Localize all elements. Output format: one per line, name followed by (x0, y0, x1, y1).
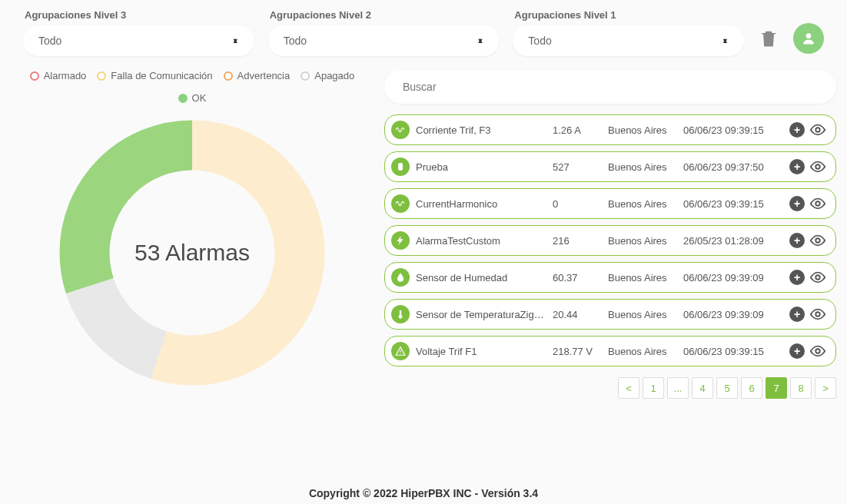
alarm-value: 527 (553, 161, 602, 173)
svg-point-11 (815, 349, 820, 353)
alarm-name: Sensor de Humedad (416, 272, 546, 284)
svg-point-4 (815, 128, 820, 132)
legend-item-apagado[interactable]: Apagado (301, 70, 354, 81)
filter-select-level-1[interactable]: Todo ▲▼ (513, 25, 744, 56)
avatar[interactable] (793, 23, 824, 54)
alarm-location: Buenos Aires (608, 161, 677, 173)
alarm-value: 20.44 (553, 309, 602, 320)
alarm-location: Buenos Aires (608, 198, 677, 210)
eye-icon[interactable] (809, 195, 826, 212)
legend-swatch (178, 94, 188, 103)
footer-copyright: Copyright © 2022 HiperPBX INC - Versión … (0, 487, 847, 499)
alarm-value: 218.77 V (553, 346, 602, 357)
donut-chart: 53 Alarmas (46, 107, 338, 399)
legend-swatch (301, 71, 310, 81)
chart-legend: Alarmado Falla de Comunicación Advertenc… (23, 70, 361, 104)
trash-icon[interactable] (758, 28, 779, 49)
svg-point-7 (815, 201, 820, 206)
add-button[interactable]: + (789, 233, 805, 248)
alarm-name: Corriente Trif, F3 (416, 124, 546, 136)
add-button[interactable]: + (789, 159, 805, 174)
alarm-location: Buenos Aires (608, 272, 677, 284)
donut-center-label: 53 Alarmas (46, 107, 338, 399)
alarm-time: 06/06/23 09:39:15 (683, 198, 783, 210)
filter-level-2: Agrupaciones Nivel 2 Todo ▲▼ (268, 9, 500, 56)
alarm-name: Sensor de TemperaturaZigbee (416, 309, 546, 320)
alarm-row[interactable]: AlarmaTestCustom216Buenos Aires26/05/23 … (384, 225, 836, 256)
filter-label: Agrupaciones Nivel 1 (513, 9, 744, 21)
bolt-icon (391, 231, 410, 250)
eye-icon[interactable] (809, 269, 826, 286)
legend-swatch (97, 71, 106, 81)
legend-item-ok[interactable]: OK (178, 92, 207, 104)
page-4[interactable]: 4 (692, 377, 713, 399)
page-7[interactable]: 7 (766, 377, 787, 399)
device-icon (391, 158, 410, 176)
pagination: <1...45678> (384, 377, 836, 399)
page-prev[interactable]: < (618, 377, 639, 399)
alarm-name: CurrentHarmonico (416, 198, 546, 210)
svg-point-9 (815, 275, 820, 280)
user-icon (801, 31, 816, 46)
select-value: Todo (38, 35, 61, 47)
alarm-value: 0 (553, 198, 602, 210)
filter-select-level-2[interactable]: Todo ▲▼ (268, 25, 500, 56)
legend-label: Advertencia (237, 70, 291, 81)
legend-item-alarmado[interactable]: Alarmado (30, 70, 87, 81)
drop-icon (391, 268, 410, 287)
alarm-name: AlarmaTestCustom (416, 235, 546, 247)
add-button[interactable]: + (789, 343, 805, 359)
page-5[interactable]: 5 (716, 377, 738, 399)
alarm-name: Voltaje Trif F1 (416, 346, 546, 357)
legend-item-falla[interactable]: Falla de Comunicación (97, 70, 212, 81)
alarm-location: Buenos Aires (608, 346, 677, 357)
alarm-row[interactable]: CurrentHarmonico0Buenos Aires06/06/23 09… (384, 188, 836, 219)
legend-swatch (30, 71, 39, 81)
alarm-time: 06/06/23 09:39:09 (683, 309, 783, 320)
select-value: Todo (284, 35, 307, 47)
alarm-location: Buenos Aires (608, 309, 677, 320)
svg-point-10 (815, 312, 820, 317)
alarm-location: Buenos Aires (608, 235, 677, 247)
page-...[interactable]: ... (667, 377, 689, 399)
eye-icon[interactable] (809, 343, 826, 360)
alarm-name: Prueba (416, 161, 546, 173)
legend-label: Apagado (314, 70, 354, 81)
alarm-location: Buenos Aires (608, 124, 677, 136)
alarm-row[interactable]: Voltaje Trif F1218.77 VBuenos Aires06/06… (384, 336, 836, 366)
alarm-row[interactable]: Sensor de TemperaturaZigbee20.44Buenos A… (384, 299, 836, 330)
svg-rect-5 (398, 163, 403, 170)
eye-icon[interactable] (809, 158, 826, 175)
filter-level-3: Agrupaciones Nivel 3 Todo ▲▼ (23, 9, 254, 56)
page-1[interactable]: 1 (643, 377, 664, 399)
svg-point-0 (806, 33, 812, 38)
eye-icon[interactable] (809, 121, 826, 138)
filter-select-level-3[interactable]: Todo ▲▼ (23, 25, 254, 56)
svg-point-8 (815, 238, 820, 243)
add-button[interactable]: + (789, 122, 805, 138)
alarm-time: 06/06/23 09:39:09 (683, 272, 783, 284)
page-next[interactable]: > (815, 377, 836, 399)
filter-level-1: Agrupaciones Nivel 1 Todo ▲▼ (513, 9, 744, 56)
add-button[interactable]: + (789, 307, 805, 322)
legend-item-advertencia[interactable]: Advertencia (224, 70, 291, 81)
warn-icon (391, 342, 410, 360)
alarm-value: 216 (553, 235, 602, 247)
thermo-icon (391, 305, 410, 323)
wave-icon (391, 194, 410, 213)
alarm-time: 06/06/23 09:39:15 (683, 124, 783, 136)
page-8[interactable]: 8 (790, 377, 812, 399)
filter-label: Agrupaciones Nivel 3 (23, 9, 254, 21)
page-6[interactable]: 6 (741, 377, 762, 399)
wave-icon (391, 121, 410, 139)
legend-label: Falla de Comunicación (111, 70, 212, 81)
alarm-time: 06/06/23 09:39:15 (683, 346, 783, 357)
eye-icon[interactable] (809, 232, 826, 249)
alarm-row[interactable]: Prueba527Buenos Aires06/06/23 09:37:50+ (384, 151, 836, 182)
alarm-row[interactable]: Sensor de Humedad60.37Buenos Aires06/06/… (384, 262, 836, 293)
search-input[interactable] (403, 81, 818, 93)
alarm-row[interactable]: Corriente Trif, F31.26 ABuenos Aires06/0… (384, 114, 836, 145)
eye-icon[interactable] (809, 306, 826, 323)
add-button[interactable]: + (789, 196, 805, 211)
add-button[interactable]: + (789, 270, 805, 285)
